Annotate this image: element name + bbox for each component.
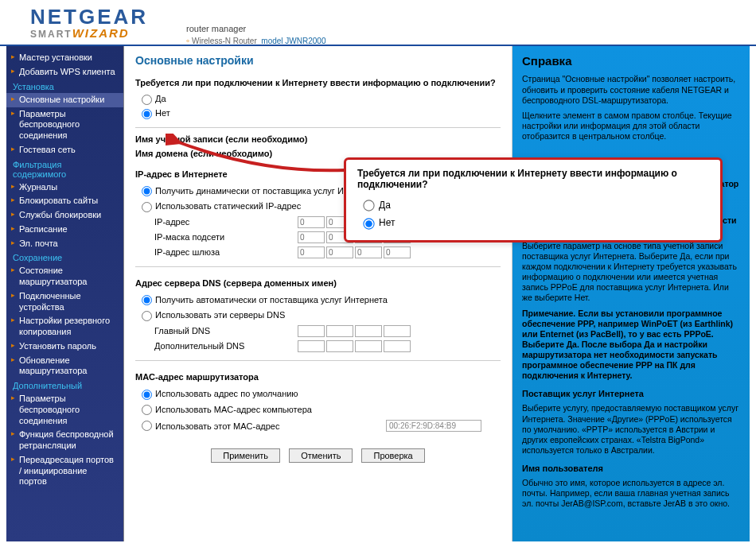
nav-item[interactable]: Гостевая сеть: [6, 143, 123, 157]
nav-item[interactable]: Подключенные устройства: [6, 289, 123, 315]
dns-pri-2[interactable]: [326, 325, 353, 337]
dns-sec-3[interactable]: [355, 340, 382, 352]
callout-popup: Требуется ли при подключении к Интернету…: [344, 157, 723, 243]
nav-item[interactable]: Мастер установки: [6, 51, 123, 65]
dns-auto-option[interactable]: Получить автоматически от поставщика усл…: [135, 293, 501, 308]
callout-no[interactable]: Нет: [357, 214, 709, 231]
dns-pri-1[interactable]: [298, 325, 325, 337]
dns-sec-1[interactable]: [298, 340, 325, 352]
dns-sec-2[interactable]: [326, 340, 353, 352]
nav-item[interactable]: Добавить WPS клиента: [6, 65, 123, 80]
mac-heading: MAC-адрес маршрутизатора: [135, 372, 501, 382]
nav-section: Сохранение: [6, 250, 123, 264]
nav-item[interactable]: Блокировать сайты: [6, 194, 123, 208]
ip-gateway-row: IP-адрес шлюза: [135, 245, 501, 260]
dns-sec-4[interactable]: [384, 340, 411, 352]
help-title: Справка: [522, 54, 740, 68]
mac-default-option[interactable]: Использовать адрес по умолчанию: [135, 386, 501, 402]
nav-item[interactable]: Обновление маршрутизатора: [6, 354, 123, 379]
nav-item[interactable]: Параметры беспроводного соединения: [6, 392, 123, 428]
nav-item[interactable]: Расписание: [6, 223, 123, 237]
mac-this-option[interactable]: Использовать этот MAC-адрес: [135, 417, 501, 434]
nav-item[interactable]: Состояние маршрутизатора: [6, 264, 123, 289]
account-name-label: Имя учетной записи (если необходимо): [135, 134, 501, 144]
ip-addr-1[interactable]: [298, 216, 325, 228]
login-no[interactable]: Нет: [135, 107, 501, 121]
ip-gw-4[interactable]: [384, 246, 411, 258]
domain-name-label: Имя домена (если необходимо): [135, 149, 501, 158]
apply-button[interactable]: Применить: [211, 448, 280, 463]
mac-pc-option[interactable]: Использовать MAC-адрес компьютера: [135, 402, 501, 418]
button-row: Применить Отменить Проверка: [135, 448, 501, 463]
dns-pri-4[interactable]: [384, 325, 411, 337]
nav-section: Дополнительный: [6, 378, 123, 392]
callout-question: Требуется ли при подключении к Интернету…: [357, 168, 709, 190]
nav-section: Фильтрация содержимого: [6, 157, 123, 180]
nav-item[interactable]: Службы блокировки: [6, 208, 123, 223]
nav-item[interactable]: Функция беспроводной ретрансляции: [6, 428, 123, 453]
nav-item[interactable]: Эл. почта: [6, 237, 123, 251]
cancel-button[interactable]: Отменить: [289, 448, 353, 463]
page-title: Основные настройки: [135, 54, 501, 67]
dns-primary-row: Главный DNS: [135, 324, 501, 339]
nav-item[interactable]: Установить пароль: [6, 340, 123, 354]
login-question: Требуется ли при подключении к Интернету…: [135, 78, 501, 87]
callout-yes[interactable]: Да: [357, 196, 709, 214]
nav-item[interactable]: Переадресация портов / инициирование пор…: [6, 453, 123, 489]
nav-item[interactable]: Основные настройки: [6, 93, 123, 107]
ip-gw-1[interactable]: [298, 246, 325, 258]
ip-gw-3[interactable]: [355, 246, 382, 258]
login-yes[interactable]: Да: [135, 92, 501, 107]
mac-address-input[interactable]: [386, 420, 481, 432]
logo: NETGEAR: [30, 8, 726, 26]
product-line: router manager ◦ Wireless-N Router model…: [186, 24, 325, 46]
header: NETGEAR SMARTWIZARD router manager ◦ Wir…: [0, 0, 756, 46]
nav-item[interactable]: Настройки резервного копирования: [6, 314, 123, 340]
nav-section: Установка: [6, 80, 123, 93]
nav-item[interactable]: Журналы: [6, 180, 123, 195]
nav-item[interactable]: Параметры беспроводного соединения: [6, 107, 123, 143]
main-panel: Основные настройки Требуется ли при подк…: [124, 46, 512, 541]
dns-pri-3[interactable]: [355, 325, 382, 337]
dns-use-option[interactable]: Использовать эти серверы DNS: [135, 308, 501, 324]
help-panel: Справка Страница "Основные настройки" по…: [512, 46, 750, 541]
dns-heading: Адрес сервера DNS (сервера доменных имен…: [135, 278, 501, 288]
test-button[interactable]: Проверка: [361, 448, 424, 463]
ip-mask-1[interactable]: [298, 231, 325, 243]
sidebar: Мастер установкиДобавить WPS клиентаУста…: [6, 46, 124, 541]
ip-gw-2[interactable]: [326, 246, 353, 258]
dns-secondary-row: Дополнительный DNS: [135, 339, 501, 354]
